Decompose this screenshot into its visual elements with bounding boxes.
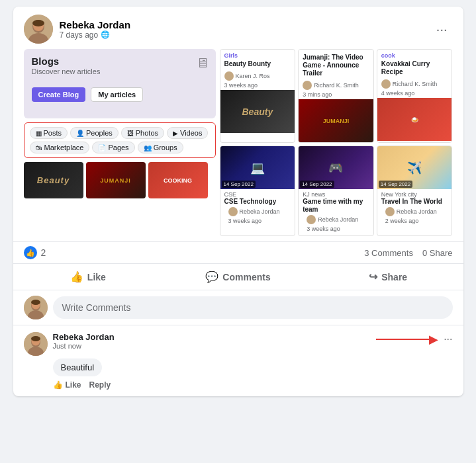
comment-more-button[interactable]: ··· xyxy=(444,333,452,345)
author-avatar-sm-2 xyxy=(381,79,391,89)
my-articles-button[interactable]: My articles xyxy=(91,87,143,102)
reactions-right: 3 Comments 0 Share xyxy=(364,248,452,258)
nav-pill-marketplace[interactable]: 🛍 Marketplace xyxy=(30,142,90,153)
arrow-head-icon: ▶ xyxy=(429,332,438,347)
like-button[interactable]: 👍 Like xyxy=(13,265,164,288)
comment-bubble: Beautiful xyxy=(53,358,103,376)
author-avatar xyxy=(24,15,53,44)
nav-pill-photos[interactable]: 🖼 Photos xyxy=(121,127,164,139)
reactions-row: 👍 2 3 Comments 0 Share xyxy=(13,241,463,264)
arrow-line xyxy=(376,339,429,340)
comment-main-row: Rebeka Jordan Just now xyxy=(24,332,115,356)
article-bottom-author-1: Rebeka Jordan xyxy=(303,214,369,226)
svg-point-4 xyxy=(32,20,44,26)
nav-pill-videos[interactable]: ▶ Videos xyxy=(167,127,208,139)
blogs-icon: 🖥 xyxy=(196,56,209,71)
nav-pill-pages[interactable]: 📄 Pages xyxy=(92,142,134,153)
comments-icon: 💬 xyxy=(205,271,218,283)
nav-pill-peoples[interactable]: 👤 Peoples xyxy=(70,127,119,139)
author-avatar-sm-b2 xyxy=(385,207,395,216)
article-game-time[interactable]: 🎮 14 Sep 2022 KJ news Game time with my … xyxy=(298,146,374,236)
thumb-beauty[interactable]: Beauty xyxy=(24,162,83,198)
thumb-jumanji[interactable]: JUMANJI xyxy=(86,162,146,198)
comment-like-button[interactable]: 👍 Like xyxy=(53,380,81,390)
post-header-left: Rebeka Jordan 7 days ago 🌐 xyxy=(24,15,131,44)
comment-time: Just now xyxy=(53,342,115,350)
post-more-button[interactable]: ··· xyxy=(431,19,453,40)
article-bottom-author-0: Rebeka Jordan xyxy=(224,206,291,218)
blogs-subtitle: Discover new articles xyxy=(32,67,208,75)
blogs-actions: Create Blog My articles xyxy=(32,87,208,102)
post-card: Rebeka Jordan 7 days ago 🌐 ··· Blogs Dis… xyxy=(13,7,463,396)
comment-actions: 👍 Like Reply xyxy=(53,380,453,390)
article-author-1: Richard K. Smith xyxy=(299,79,373,91)
author-avatar-sm-b0 xyxy=(228,207,238,216)
share-button[interactable]: ↪ Share xyxy=(313,265,463,288)
comment-header: Rebeka Jordan Just now ▶ ··· xyxy=(24,332,453,356)
posts-icon: ▦ xyxy=(36,130,42,137)
article-jumanji[interactable]: Jumanji: The Video Game - Announce Trail… xyxy=(298,49,374,143)
author-avatar-sm-b1 xyxy=(307,215,316,224)
article-img-tech: 💻 14 Sep 2022 xyxy=(220,146,295,189)
articles-grid-top: Girls Beauty Bounty Karen J. Ros 3 weeks… xyxy=(220,49,453,236)
shares-count[interactable]: 0 Share xyxy=(422,248,453,258)
jumanji-label: JUMANJI xyxy=(100,177,131,184)
peoples-icon: 👤 xyxy=(76,130,84,137)
post-content: Blogs Discover new articles 🖥 Create Blo… xyxy=(13,49,463,241)
comment-placeholder: Write Comments xyxy=(62,302,131,313)
content-grid: Blogs Discover new articles 🖥 Create Blo… xyxy=(24,49,453,236)
comment-input-wrapper[interactable]: Write Comments xyxy=(53,296,453,319)
article-author-2: Richard K. Smith xyxy=(377,78,452,90)
post-time: 7 days ago 🌐 xyxy=(60,30,131,40)
groups-icon: 👥 xyxy=(144,144,152,151)
article-img-0: Beauty xyxy=(220,90,295,133)
comment-reply-button[interactable]: Reply xyxy=(89,380,111,390)
reactions-count: 2 xyxy=(41,247,46,258)
left-panel: Blogs Discover new articles 🖥 Create Blo… xyxy=(24,49,216,236)
svg-point-14 xyxy=(31,336,40,341)
globe-icon: 🌐 xyxy=(101,30,110,39)
right-panel: Girls Beauty Bounty Karen J. Ros 3 weeks… xyxy=(220,49,453,236)
comment-section: Write Comments xyxy=(13,290,463,325)
comments-count[interactable]: 3 Comments xyxy=(364,248,413,258)
author-avatar-sm-0 xyxy=(224,71,234,81)
comment-author-name: Rebeka Jordan xyxy=(53,332,115,342)
blogs-card: Blogs Discover new articles 🖥 Create Blo… xyxy=(24,49,216,118)
comments-button[interactable]: 💬 Comments xyxy=(163,265,313,288)
comment-author-avatar xyxy=(24,332,48,356)
nav-pills-container: ▦ Posts 👤 Peoples 🖼 Photos ▶ Videos xyxy=(24,122,216,158)
thumb-cooking[interactable]: COOKING xyxy=(148,162,208,198)
article-travel[interactable]: ✈️ 14 Sep 2022 New York city Travel In T… xyxy=(377,146,453,236)
photos-icon: 🖼 xyxy=(127,130,134,137)
marketplace-icon: 🛍 xyxy=(36,144,42,151)
share-icon: ↪ xyxy=(369,271,377,283)
article-img-team: 🎮 14 Sep 2022 xyxy=(299,146,373,189)
blogs-title: Blogs xyxy=(32,56,208,67)
arrow-indicator: ▶ xyxy=(376,332,438,347)
like-badge: 👍 xyxy=(24,246,37,259)
pages-icon: 📄 xyxy=(98,144,106,151)
commenter-avatar xyxy=(24,296,48,319)
nav-pill-posts[interactable]: ▦ Posts xyxy=(30,127,68,139)
action-buttons: 👍 Like 💬 Comments ↪ Share xyxy=(13,264,463,290)
videos-icon: ▶ xyxy=(173,130,178,137)
comment-item: Rebeka Jordan Just now ▶ ··· Beautiful 👍… xyxy=(13,325,463,396)
article-cse[interactable]: 💻 14 Sep 2022 CSE CSE Technology Rebeka … xyxy=(220,146,296,236)
create-blog-button[interactable]: Create Blog xyxy=(32,87,86,102)
post-meta: Rebeka Jordan 7 days ago 🌐 xyxy=(60,19,131,40)
post-author: Rebeka Jordan xyxy=(60,19,131,30)
cooking-label: COOKING xyxy=(164,177,192,184)
left-thumbnails: Beauty JUMANJI COOKING xyxy=(24,162,216,198)
article-curry[interactable]: cook Kovakkai Curry Recipe Richard K. Sm… xyxy=(377,49,453,143)
article-beauty-bounty[interactable]: Girls Beauty Bounty Karen J. Ros 3 weeks… xyxy=(220,49,296,143)
comment-like-icon: 👍 xyxy=(53,380,63,390)
post-header: Rebeka Jordan 7 days ago 🌐 ··· xyxy=(13,7,463,49)
article-img-2: 🍛 xyxy=(377,98,452,141)
article-author-0: Karen J. Ros xyxy=(220,70,295,82)
reactions-left: 👍 2 xyxy=(24,246,46,259)
article-img-travel: ✈️ 14 Sep 2022 xyxy=(377,146,452,189)
author-avatar-sm-1 xyxy=(303,81,312,90)
nav-pill-groups[interactable]: 👥 Groups xyxy=(138,142,183,153)
like-icon: 👍 xyxy=(70,271,83,283)
article-img-1: JUMANJI xyxy=(299,99,373,142)
